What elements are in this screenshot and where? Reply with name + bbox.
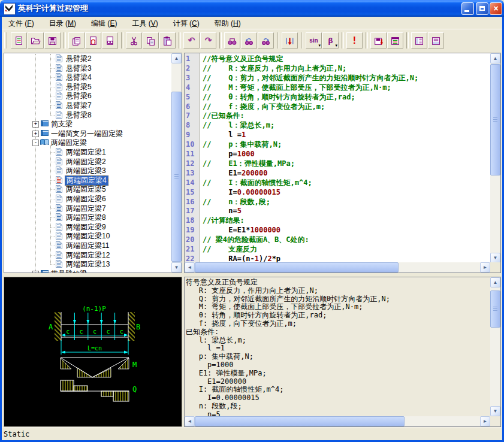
tree-item-label[interactable]: 悬臂梁3	[65, 64, 93, 73]
panel-layout-2-button[interactable]	[428, 32, 444, 49]
tree-item[interactable]: 两端固定梁11	[4, 241, 171, 250]
scrollbar-thumb[interactable]	[490, 64, 500, 175]
search-directory-button[interactable]	[102, 32, 118, 49]
scroll-down-arrow[interactable]: ▼	[490, 253, 500, 263]
tree-item[interactable]: 悬臂梁7	[4, 101, 171, 110]
tree-item-label[interactable]: 两端固定梁5	[65, 185, 107, 194]
scroll-right-arrow[interactable]: ►	[480, 262, 490, 273]
menu-item-directory[interactable]: 目录 (M)	[46, 17, 80, 30]
tree-item-label[interactable]: 两端固定梁11	[65, 241, 110, 250]
code-line[interactable]: 2// R：支座反力，作用力向上者为正,N;	[185, 63, 490, 73]
tree-item[interactable]: 两端固定梁2	[4, 157, 171, 166]
copy-directory-button[interactable]	[68, 32, 84, 49]
scroll-up-arrow[interactable]: ▲	[490, 277, 500, 287]
tree-item[interactable]: 两端固定梁7	[4, 204, 171, 213]
code-line[interactable]: 17 n=5	[185, 206, 490, 216]
paste-button[interactable]	[159, 32, 176, 49]
tree-item[interactable]: +简支梁	[4, 119, 171, 129]
open-file-button[interactable]	[28, 32, 44, 49]
tree-item-label[interactable]: 悬臂梁6	[65, 92, 93, 101]
preview-horizontal-scrollbar[interactable]: ◄►	[185, 416, 490, 426]
tree-item-label[interactable]: 两端固定梁1	[65, 148, 107, 157]
tree-item-label[interactable]: 两端固定梁10	[65, 232, 111, 241]
preview-vertical-scrollbar[interactable]: ▲▼	[490, 277, 500, 416]
tree-item-label[interactable]: 悬臂梁4	[65, 73, 93, 82]
scroll-up-arrow[interactable]: ▲	[171, 53, 182, 63]
code-line[interactable]: 9 l =1	[185, 130, 490, 140]
scroll-down-arrow[interactable]: ▼	[171, 262, 182, 273]
app-icon[interactable]	[4, 3, 16, 15]
collapse-icon[interactable]: -	[32, 140, 39, 146]
tree-item[interactable]: 两端固定梁4	[4, 175, 171, 185]
panel-layout-1-button[interactable]	[411, 32, 427, 49]
code-line[interactable]: 11 p=1000	[185, 149, 490, 159]
tree-item-label[interactable]: 两端固定梁6	[65, 195, 107, 204]
scroll-down-arrow[interactable]: ▼	[490, 406, 500, 416]
tree-item-label[interactable]: 两端固定梁12	[65, 251, 111, 260]
tree-item-label[interactable]: 悬臂梁5	[65, 83, 93, 92]
refresh-document-button[interactable]	[85, 32, 101, 49]
tree-item-label[interactable]: 两端固定梁3	[65, 166, 107, 175]
code-line[interactable]: 5// θ：转角，顺时针方向旋转者为正,rad;	[185, 92, 490, 102]
code-line[interactable]: 22 RA=(n-1)/2*p	[185, 254, 490, 263]
calculate-button[interactable]: !	[346, 32, 363, 49]
copy-button[interactable]	[143, 32, 159, 49]
find-next-button[interactable]	[258, 32, 274, 49]
code-editor[interactable]: 1//符号意义及正负号规定2// R：支座反力，作用力向上者为正,N;3// Q…	[185, 54, 490, 263]
find-previous-button[interactable]	[241, 32, 257, 49]
tree-item[interactable]: 两端固定梁8	[4, 213, 171, 222]
menu-item-calculate[interactable]: 计算 (C)	[170, 17, 203, 30]
tree-vertical-scrollbar[interactable]: ▲▼	[171, 53, 182, 273]
menu-item-edit[interactable]: 编辑 (E)	[87, 17, 120, 30]
scroll-right-arrow[interactable]: ►	[480, 416, 490, 426]
text-preview[interactable]: 符号意义及正负号规定 R: 支座反力，作用力向上者为正,N; Q: 剪力，对邻近…	[186, 278, 488, 416]
save-results-button[interactable]	[370, 32, 387, 49]
tree-item-label[interactable]: 悬臂梁2	[65, 55, 93, 63]
tree-item[interactable]: 两端固定梁6	[4, 194, 171, 204]
scrollbar-thumb[interactable]	[195, 262, 399, 273]
tree-item-label[interactable]: 两端固定梁	[50, 138, 88, 147]
tree-item[interactable]: 两端固定梁3	[4, 166, 171, 175]
code-line[interactable]: 20// 梁4的危险截面A、B、C处的:	[185, 235, 490, 244]
tree-item[interactable]: 悬臂梁5	[4, 82, 171, 92]
tree-item-label[interactable]: 带悬臂的梁	[50, 270, 88, 273]
undo-button[interactable]: ↶	[183, 32, 200, 49]
tree-item-label[interactable]: 两端固定梁8	[65, 213, 107, 222]
scrollbar-thumb[interactable]	[490, 290, 500, 328]
code-line[interactable]: 19 E=E1*1000000	[185, 225, 490, 235]
tree-item[interactable]: 两端固定梁13	[4, 259, 171, 269]
redo-button[interactable]: ↷	[200, 32, 216, 49]
code-line[interactable]: 13 E1=200000	[185, 168, 490, 178]
tree-item[interactable]: 悬臂梁2	[4, 54, 171, 63]
tree-item[interactable]: 两端固定梁5	[4, 184, 171, 194]
code-line[interactable]: 18//计算结果:	[185, 216, 490, 225]
tree-item[interactable]: -两端固定梁	[4, 138, 171, 147]
cut-button[interactable]	[126, 32, 142, 49]
tree-item[interactable]: 两端固定梁9	[4, 222, 171, 232]
code-line[interactable]: 14// I：截面的轴惯性矩,m^4;	[185, 178, 490, 187]
code-line[interactable]: 12// E1：弹性模量,MPa;	[185, 159, 490, 168]
code-line[interactable]: 10// p：集中载荷,N;	[185, 140, 490, 149]
goto-button[interactable]	[282, 32, 298, 49]
expand-icon[interactable]: +	[32, 121, 39, 128]
tree-item-label[interactable]: 一端简支另一端固定梁	[50, 129, 124, 138]
new-document-button[interactable]	[11, 32, 27, 49]
tree-item[interactable]: 两端固定梁1	[4, 147, 171, 157]
tree-item[interactable]: +一端简支另一端固定梁	[4, 129, 171, 138]
tree-item[interactable]: +带悬臂的梁	[4, 269, 171, 273]
scrollbar-thumb[interactable]	[195, 416, 405, 426]
code-vertical-scrollbar[interactable]: ▲▼	[490, 53, 500, 263]
report-view-button[interactable]	[387, 32, 403, 49]
tree-item-label[interactable]: 两端固定梁9	[65, 223, 107, 232]
tree-item-label[interactable]: 简支梁	[50, 120, 74, 129]
tree-item[interactable]: 两端固定梁12	[4, 250, 171, 260]
tree-item-label[interactable]: 两端固定梁2	[65, 158, 107, 166]
code-horizontal-scrollbar[interactable]: ◄►	[185, 262, 490, 273]
code-line[interactable]: 7//已知条件:	[185, 111, 490, 120]
minimize-button[interactable]	[461, 2, 474, 15]
tree-item[interactable]: 悬臂梁3	[4, 63, 171, 73]
scrollbar-thumb[interactable]	[171, 92, 182, 262]
code-line[interactable]: 3// Q：剪力，对邻近截面所产生的力矩沿顺时针方向者为正,N;	[185, 73, 490, 83]
close-button[interactable]: ×	[490, 2, 502, 15]
expand-icon[interactable]: +	[32, 131, 39, 137]
